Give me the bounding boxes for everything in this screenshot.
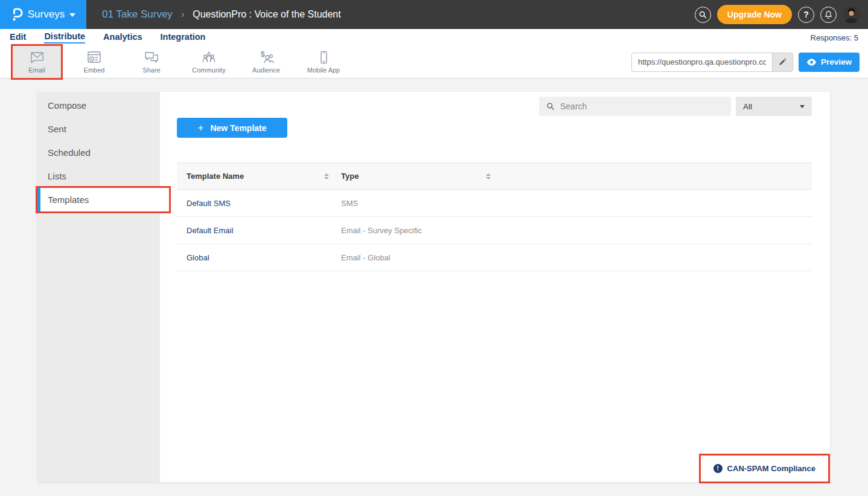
templates-table: Template Name Type Default SMS SMS Defau… (177, 163, 812, 271)
table-row: Default SMS SMS (177, 190, 812, 217)
toolbar-right: Preview (631, 46, 860, 78)
can-spam-compliance-link[interactable]: ! CAN-SPAM Compliance (701, 456, 828, 482)
app-logo[interactable]: Surveys (0, 0, 86, 29)
upgrade-now-button[interactable]: Upgrade Now (717, 5, 792, 24)
type-filter-dropdown[interactable]: All (736, 97, 812, 116)
email-panel: Compose Sent Scheduled Lists Templates A… (37, 92, 830, 482)
survey-url-input[interactable] (631, 53, 772, 72)
column-header-type: Type (341, 172, 359, 181)
info-icon: ! (713, 464, 723, 473)
edit-url-button[interactable] (772, 53, 793, 72)
tab-distribute[interactable]: Distribute (44, 31, 85, 43)
search-icon (698, 10, 707, 19)
sidebar-item-sent[interactable]: Sent (37, 117, 160, 141)
toolbar-item-label: Mobile App (307, 66, 340, 74)
top-bar: Surveys 01 Take Survey › QuestionPro : V… (0, 0, 868, 29)
table-header-row: Template Name Type (177, 163, 812, 190)
mobile-app-icon (316, 50, 331, 65)
question-mark-icon: ? (803, 10, 809, 19)
template-type: Email - Global (331, 253, 493, 262)
template-type: Email - Survey Specific (331, 226, 493, 235)
page-title: QuestionPro : Voice of the Student (193, 9, 341, 20)
product-name: Surveys (28, 8, 65, 21)
svg-text:$: $ (261, 50, 265, 59)
toolbar-item-share[interactable]: Share (127, 46, 176, 78)
plus-icon: + (197, 122, 203, 134)
sidebar-item-compose[interactable]: Compose (37, 94, 160, 117)
table-row: Global Email - Global (177, 244, 812, 271)
section-tabs: Edit Distribute Analytics Integration Re… (0, 29, 868, 46)
table-row: Default Email Email - Survey Specific (177, 217, 812, 244)
search-button[interactable] (695, 7, 711, 23)
search-icon (546, 102, 555, 111)
tab-analytics[interactable]: Analytics (103, 32, 142, 43)
sort-icon[interactable] (486, 173, 491, 179)
audience-icon: $ (258, 50, 274, 65)
toolbar-item-label: Embed (84, 66, 105, 74)
eye-icon (806, 59, 817, 66)
template-type: SMS (331, 199, 493, 208)
template-name-link[interactable]: Default SMS (177, 199, 331, 208)
chevron-down-icon (69, 13, 75, 17)
distribute-toolbar: Email Embed Share Community $ Audience M… (0, 46, 868, 79)
toolbar-item-audience[interactable]: $ Audience (242, 46, 290, 78)
column-header-template-name: Template Name (187, 172, 244, 181)
template-search-box[interactable] (539, 97, 731, 116)
template-name-link[interactable]: Global (177, 253, 331, 262)
preview-label: Preview (821, 57, 852, 66)
toolbar-item-embed[interactable]: Embed (70, 46, 118, 78)
sidebar-item-templates[interactable]: Templates (37, 188, 169, 211)
filter-selected-value: All (743, 102, 752, 111)
chevron-down-icon (800, 105, 805, 108)
notifications-button[interactable] (820, 7, 837, 23)
templates-content: All + New Template Template Name Type De… (160, 92, 830, 482)
table-controls: All (177, 97, 812, 116)
breadcrumb: 01 Take Survey › QuestionPro : Voice of … (102, 8, 341, 21)
embed-icon (86, 50, 102, 65)
sort-icon[interactable] (324, 173, 329, 179)
sidebar-item-lists[interactable]: Lists (37, 164, 160, 188)
share-icon (144, 50, 159, 65)
new-template-label: New Template (210, 123, 266, 133)
tab-edit[interactable]: Edit (10, 32, 26, 43)
survey-url-group (631, 53, 793, 72)
topbar-actions: Upgrade Now ? (695, 5, 860, 24)
questionpro-logo-icon (11, 7, 23, 22)
user-avatar[interactable] (843, 6, 860, 24)
tab-integration[interactable]: Integration (161, 32, 206, 43)
toolbar-item-mobile-app[interactable]: Mobile App (299, 46, 348, 78)
responses-count: Responses: 5 (811, 33, 859, 42)
new-template-button[interactable]: + New Template (177, 118, 287, 138)
toolbar-item-label: Community (192, 66, 226, 74)
breadcrumb-separator: › (181, 9, 184, 20)
bell-icon (824, 10, 833, 19)
toolbar-item-label: Email (28, 66, 45, 74)
toolbar-item-email[interactable]: Email (13, 46, 61, 78)
toolbar-item-community[interactable]: Community (185, 46, 233, 78)
email-sidebar: Compose Sent Scheduled Lists Templates (37, 92, 160, 482)
toolbar-item-label: Audience (252, 66, 280, 74)
toolbar-item-label: Share (142, 66, 160, 74)
help-button[interactable]: ? (798, 7, 814, 23)
email-icon (29, 50, 45, 65)
preview-button[interactable]: Preview (799, 53, 860, 72)
template-search-input[interactable] (560, 101, 724, 111)
can-spam-label: CAN-SPAM Compliance (727, 464, 815, 473)
breadcrumb-survey-link[interactable]: 01 Take Survey (102, 8, 173, 21)
community-icon (201, 50, 217, 65)
template-name-link[interactable]: Default Email (177, 226, 331, 235)
sidebar-item-scheduled[interactable]: Scheduled (37, 141, 160, 164)
pencil-icon (778, 58, 787, 66)
